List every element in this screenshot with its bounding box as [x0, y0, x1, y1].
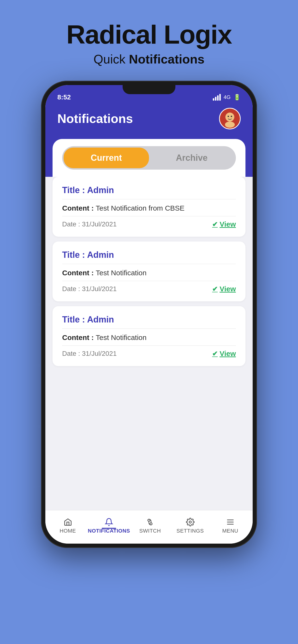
app-header: Notifications	[45, 103, 253, 139]
status-icons: 4G 🔋	[213, 94, 241, 100]
avatar[interactable]	[219, 108, 241, 130]
page-title: Notifications	[57, 112, 133, 126]
nav-item-menu[interactable]: MENU	[210, 518, 250, 534]
brand-subtitle: Quick Notifications	[94, 52, 204, 66]
notifications-list: Title : Admin Content : Test Notificatio…	[45, 177, 253, 510]
view-link-1[interactable]: ✔ View	[212, 220, 236, 228]
svg-point-1	[225, 112, 234, 122]
nav-item-switch[interactable]: SWITCH	[130, 518, 170, 534]
notification-card-2: Title : Admin Content : Test Notificatio…	[53, 242, 245, 302]
notifications-icon	[105, 518, 113, 526]
notif-title-1: Title : Admin	[62, 185, 236, 199]
notif-date-2: Date : 31/Jul/2021	[62, 285, 117, 293]
battery-icon: 🔋	[233, 94, 241, 100]
notif-content-2: Content : Test Notification	[62, 269, 236, 281]
bottom-nav: HOME NOTIFICATIONS SWITCH	[45, 510, 253, 544]
notif-title-2: Title : Admin	[62, 250, 236, 264]
home-icon	[64, 518, 72, 526]
view-link-2[interactable]: ✔ View	[212, 285, 236, 293]
notif-content-1: Content : Test Notification from CBSE	[62, 204, 236, 216]
notif-date-3: Date : 31/Jul/2021	[62, 350, 117, 358]
check-icon-2: ✔	[212, 285, 218, 293]
notif-footer-2: Date : 31/Jul/2021 ✔ View	[62, 285, 236, 293]
tab-switcher: Current Archive	[62, 146, 236, 170]
content-value-2: Test Notification	[96, 269, 146, 277]
notification-card: Title : Admin Content : Test Notificatio…	[53, 177, 245, 237]
tab-archive[interactable]: Archive	[149, 148, 234, 168]
nav-item-notifications[interactable]: NOTIFICATIONS	[88, 518, 130, 534]
view-label-2: View	[220, 285, 236, 293]
status-time: 8:52	[57, 94, 71, 101]
notification-card-3: Title : Admin Content : Test Notificatio…	[53, 306, 245, 366]
status-bar: 8:52 4G 🔋	[57, 94, 241, 101]
network-label: 4G	[224, 94, 231, 100]
settings-icon	[186, 518, 195, 526]
subtitle-plain: Quick	[94, 52, 129, 66]
signal-icon	[213, 94, 221, 100]
notif-footer-1: Date : 31/Jul/2021 ✔ View	[62, 220, 236, 228]
tab-card: Current Archive	[53, 139, 245, 177]
check-icon: ✔	[212, 220, 218, 228]
content-label-3: Content :	[62, 334, 96, 342]
phone-device: 8:52 4G 🔋 Notifications	[41, 81, 257, 548]
notif-title-3: Title : Admin	[62, 314, 236, 329]
svg-point-2	[225, 122, 235, 128]
nav-item-settings[interactable]: SETTINGS	[170, 518, 210, 534]
content-value-1: Test Notification from CBSE	[96, 204, 185, 212]
view-label-1: View	[220, 220, 236, 228]
status-bar-area: 8:52 4G 🔋	[45, 85, 253, 103]
notif-date-1: Date : 31/Jul/2021	[62, 220, 117, 228]
nav-label-menu: MENU	[222, 528, 238, 534]
menu-icon	[226, 518, 235, 526]
notif-footer-3: Date : 31/Jul/2021 ✔ View	[62, 350, 236, 358]
tab-current[interactable]: Current	[64, 148, 149, 168]
svg-point-7	[189, 521, 191, 523]
content-label-1: Content :	[62, 204, 96, 212]
subtitle-bold: Notifications	[129, 52, 204, 66]
phone-screen: 8:52 4G 🔋 Notifications	[45, 85, 253, 544]
nav-item-home[interactable]: HOME	[48, 518, 88, 534]
content-value-3: Test Notification	[96, 334, 146, 342]
notch	[123, 85, 175, 94]
svg-point-4	[231, 116, 232, 117]
nav-label-settings: SETTINGS	[177, 528, 204, 534]
nav-label-notifications: NOTIFICATIONS	[88, 528, 130, 534]
notif-content-3: Content : Test Notification	[62, 334, 236, 346]
svg-point-3	[228, 116, 229, 117]
content-label-2: Content :	[62, 269, 96, 277]
tab-container: Current Archive	[45, 139, 253, 177]
view-link-3[interactable]: ✔ View	[212, 350, 236, 358]
nav-label-home: HOME	[60, 528, 76, 534]
brand-title: Radical Logix	[66, 19, 232, 50]
check-icon-3: ✔	[212, 350, 218, 358]
nav-label-switch: SWITCH	[139, 528, 161, 534]
switch-icon	[146, 518, 154, 526]
view-label-3: View	[220, 350, 236, 358]
